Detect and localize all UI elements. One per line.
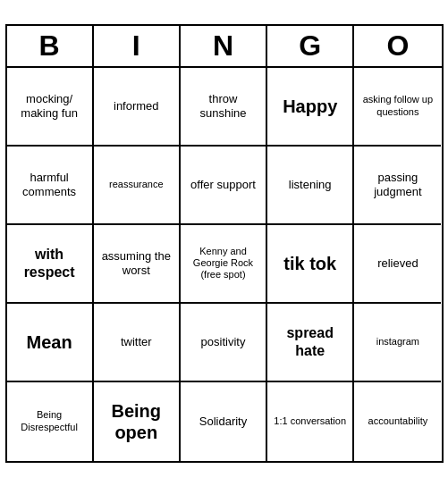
bingo-cell-13: tik tok [267,225,354,304]
bingo-cell-1: informed [94,68,181,147]
bingo-cell-11: assuming the worst [94,225,181,304]
bingo-cell-6: reassurance [94,147,181,225]
bingo-grid: mocking/ making funinformedthrow sunshin… [7,68,442,461]
bingo-cell-2: throw sunshine [181,68,267,147]
bingo-cell-17: positivity [181,304,267,382]
bingo-cell-21: Being open [94,382,181,461]
bingo-cell-23: 1:1 conversation [267,382,354,461]
bingo-cell-20: Being Disrespectful [7,382,94,461]
bingo-cell-14: relieved [354,225,441,304]
bingo-cell-4: asking follow up questions [354,68,441,147]
bingo-cell-3: Happy [267,68,354,147]
bingo-cell-9: passing judgment [354,147,441,225]
header-letter-i: I [94,26,181,66]
bingo-cell-22: Solidarity [181,382,267,461]
bingo-cell-16: twitter [94,304,181,382]
header-letter-n: N [181,26,267,66]
bingo-cell-10: with respect [7,225,94,304]
bingo-header: BINGO [7,26,442,68]
bingo-cell-7: offer support [181,147,267,225]
bingo-cell-12: Kenny and Georgie Rock (free spot) [181,225,267,304]
bingo-cell-8: listening [267,147,354,225]
bingo-cell-18: spread hate [267,304,354,382]
bingo-cell-5: harmful comments [7,147,94,225]
bingo-card: BINGO mocking/ making funinformedthrow s… [5,24,444,463]
header-letter-g: G [267,26,354,66]
bingo-cell-24: accountability [354,382,441,461]
bingo-cell-15: Mean [7,304,94,382]
bingo-cell-0: mocking/ making fun [7,68,94,147]
header-letter-b: B [7,26,94,66]
header-letter-o: O [354,26,441,66]
bingo-cell-19: instagram [354,304,441,382]
